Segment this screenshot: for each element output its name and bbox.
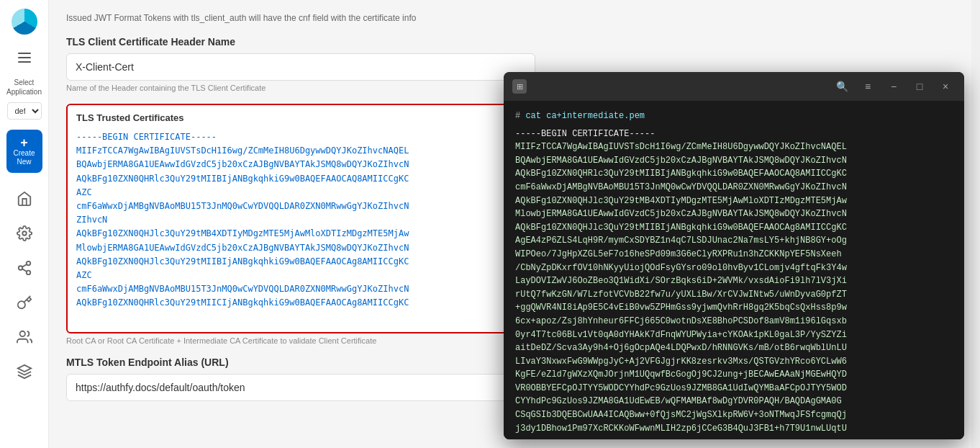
sidebar-item-keys[interactable] <box>9 287 40 318</box>
terminal-close-button[interactable]: × <box>935 78 956 95</box>
svg-point-1 <box>26 261 30 266</box>
layers-icon <box>17 364 32 380</box>
svg-point-6 <box>19 331 24 336</box>
terminal-prompt: # <box>515 111 525 121</box>
svg-marker-7 <box>17 365 30 372</box>
logo <box>0 0 49 43</box>
terminal-minimize-button[interactable]: − <box>884 78 904 95</box>
tls-certs-label: TLS Trusted Certificates <box>68 105 534 127</box>
tls-certs-box: TLS Trusted Certificates -----BEGIN CERT… <box>66 104 535 333</box>
tls-certs-hint: Root CA or Root CA Certificate + Interme… <box>66 336 535 345</box>
users-icon <box>17 329 32 345</box>
tls-header-hint: Name of the Header containing the TLS Cl… <box>66 84 535 92</box>
terminal-titlebar: ⊞ 🔍 ≡ − □ × <box>504 72 964 101</box>
svg-line-4 <box>22 269 26 272</box>
terminal-titlebar-left: ⊞ <box>512 79 527 94</box>
create-new-button[interactable]: + Create New <box>6 130 42 173</box>
terminal-window: ⊞ 🔍 ≡ − □ × # cat ca+intermediate.pem --… <box>504 72 964 439</box>
svg-point-2 <box>18 266 22 270</box>
terminal-cert-content: MIIFzTCCA7WgAwIBAgIUVSTsDcH1I6wg/ZCmMeIH… <box>515 140 953 435</box>
sidebar: Select Application def + Create New <box>0 0 49 448</box>
page-scrollbar[interactable] <box>971 0 980 448</box>
select-application-label: Select Application <box>0 72 48 102</box>
main-content: Issued JWT Format Tokens with tls_client… <box>49 0 553 448</box>
terminal-command-text: cat ca+intermediate.pem <box>525 111 645 121</box>
mtls-alias-label: MTLS Token Endpoint Alias (URL) <box>66 357 535 368</box>
integrations-icon <box>17 260 32 276</box>
svg-line-5 <box>22 264 26 267</box>
sidebar-item-users[interactable] <box>9 321 40 353</box>
terminal-menu-button[interactable]: ≡ <box>858 78 878 95</box>
tls-header-label: TLS Client Certificate Header Name <box>66 36 535 48</box>
info-text: Issued JWT Format Tokens with tls_client… <box>66 12 535 24</box>
terminal-controls: 🔍 ≡ − □ × <box>832 78 956 95</box>
hamburger-icon <box>18 53 31 63</box>
sidebar-item-home[interactable] <box>9 183 40 215</box>
hamburger-button[interactable] <box>0 43 49 72</box>
terminal-command: # cat ca+intermediate.pem <box>515 109 953 123</box>
sidebar-nav <box>9 183 40 448</box>
keys-icon <box>17 295 32 310</box>
page-wrapper: Select Application def + Create New <box>0 0 980 448</box>
logo-circle <box>12 9 37 35</box>
terminal-maximize-button[interactable]: □ <box>909 78 930 95</box>
home-icon <box>17 191 32 207</box>
svg-point-3 <box>26 271 30 275</box>
sidebar-item-integrations[interactable] <box>9 252 40 284</box>
terminal-cert-divider: -----BEGIN CERTIFICATE----- <box>515 127 953 141</box>
sidebar-item-layers[interactable] <box>9 356 40 387</box>
tls-certs-textarea[interactable]: -----BEGIN CERTIFICATE----- MIIFzTCCA7Wg… <box>68 127 534 329</box>
settings-icon <box>17 225 32 241</box>
terminal-search-button[interactable]: 🔍 <box>832 78 852 95</box>
application-dropdown[interactable]: def <box>7 102 42 120</box>
terminal-body[interactable]: # cat ca+intermediate.pem -----BEGIN CER… <box>504 101 964 439</box>
tls-header-input[interactable] <box>66 53 535 81</box>
terminal-icon: ⊞ <box>512 79 527 94</box>
svg-point-0 <box>22 231 27 236</box>
plus-icon: + <box>20 136 28 149</box>
sidebar-item-settings[interactable] <box>9 218 40 249</box>
mtls-alias-input[interactable] <box>66 374 535 401</box>
create-new-label: Create New <box>6 149 42 166</box>
